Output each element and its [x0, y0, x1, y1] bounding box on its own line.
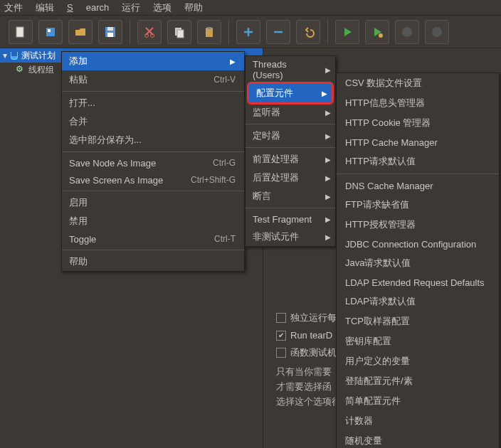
cfg-counter[interactable]: 计数器 — [337, 411, 499, 431]
new-button[interactable] — [9, 20, 33, 44]
ctx-add[interactable]: 添加▶ — [62, 52, 244, 70]
svg-point-12 — [379, 33, 383, 38]
svg-rect-5 — [107, 33, 113, 37]
svg-rect-0 — [16, 27, 23, 37]
ctx-save-node-image[interactable]: Save Node As ImageCtrl-G — [62, 154, 244, 171]
flask-icon — [9, 50, 19, 60]
ctx-open[interactable]: 打开... — [62, 94, 244, 112]
svg-rect-2 — [48, 29, 51, 32]
ctx-timer[interactable]: 定时器▶ — [246, 127, 335, 145]
cfg-ldap[interactable]: LDAP请求默认值 — [337, 292, 499, 311]
cfg-cookie[interactable]: HTTP Cookie 管理器 — [337, 113, 499, 133]
remove-button[interactable] — [266, 20, 290, 44]
svg-point-14 — [432, 27, 442, 37]
svg-rect-11 — [207, 27, 211, 29]
menu-run[interactable]: 运行 — [122, 1, 140, 14]
cfg-keystore[interactable]: 密钥库配置 — [337, 331, 499, 351]
ctx-toggle[interactable]: ToggleCtrl-T — [62, 230, 244, 247]
menu-file[interactable]: 文件 — [4, 1, 23, 14]
checkbox-functest[interactable] — [276, 348, 286, 358]
checkbox-teardown[interactable]: ✔ — [276, 331, 286, 341]
cfg-java[interactable]: Java请求默认值 — [337, 253, 499, 273]
ctx-preprocessor[interactable]: 前置处理器▶ — [246, 150, 335, 169]
context-menu-add: Threads (Users)▶ 配置元件▶ 监听器▶ 定时器▶ 前置处理器▶ … — [245, 55, 336, 247]
cfg-login[interactable]: 登陆配置元件/素 — [337, 371, 499, 391]
toolbar — [0, 16, 501, 48]
cfg-user-vars[interactable]: 用户定义的变量 — [337, 351, 499, 371]
cfg-ftp[interactable]: FTP请求缺省值 — [337, 195, 499, 215]
ctx-threads[interactable]: Threads (Users)▶ — [246, 56, 335, 83]
menu-help[interactable]: 帮助 — [184, 1, 203, 14]
cfg-auth[interactable]: HTTP授权管理器 — [337, 215, 499, 235]
paste-button[interactable] — [197, 20, 221, 44]
ctx-listener[interactable]: 监听器▶ — [246, 103, 335, 122]
start-notimers-button[interactable] — [365, 20, 389, 44]
ctx-save-screen-image[interactable]: Save Screen As ImageCtrl+Shift-G — [62, 171, 244, 188]
ctx-help[interactable]: 帮助 — [62, 252, 244, 271]
menu-search[interactable]: Search — [67, 2, 109, 13]
cfg-ldap-ext[interactable]: LDAP Extended Request Defaults — [337, 273, 499, 292]
ctx-merge[interactable]: 合并 — [62, 112, 244, 131]
chevron-right-icon: ▶ — [230, 58, 236, 65]
cfg-tcp[interactable]: TCP取样器配置 — [337, 311, 499, 331]
add-button[interactable] — [236, 20, 260, 44]
ctx-save-selection[interactable]: 选中部分保存为... — [62, 131, 244, 149]
context-menu-main: 添加▶ 粘贴Ctrl-V 打开... 合并 选中部分保存为... Save No… — [61, 51, 245, 272]
shutdown-button[interactable] — [425, 20, 449, 44]
ctx-assertions[interactable]: 断言▶ — [246, 187, 335, 206]
ctx-test-fragment[interactable]: Test Fragment▶ — [246, 210, 335, 228]
stop-button[interactable] — [395, 20, 419, 44]
ctx-nontest[interactable]: 非测试元件▶ — [246, 228, 335, 246]
save-button[interactable] — [98, 20, 122, 44]
gear-icon — [16, 65, 26, 75]
templates-button[interactable] — [38, 20, 63, 44]
cfg-cache[interactable]: HTTP Cache Manager — [337, 133, 499, 151]
cut-button[interactable] — [137, 20, 162, 44]
cfg-simple[interactable]: 简单配置元件 — [337, 391, 499, 411]
menubar: 文件 编辑 Search 运行 选项 帮助 — [0, 0, 501, 16]
svg-point-13 — [402, 27, 412, 37]
tree-label: 测试计划 — [21, 50, 56, 62]
ctx-config-element[interactable]: 配置元件▶ — [249, 84, 332, 102]
copy-button[interactable] — [167, 20, 191, 44]
ctx-paste[interactable]: 粘贴Ctrl-V — [62, 70, 244, 89]
highlight-annotation: 配置元件▶ — [247, 82, 334, 105]
ctx-disable[interactable]: 禁用 — [62, 212, 244, 230]
start-button[interactable] — [335, 20, 359, 44]
cfg-csv[interactable]: CSV 数据文件设置 — [337, 73, 499, 93]
tree-label: 线程组 — [28, 64, 54, 76]
svg-rect-4 — [107, 27, 113, 31]
cfg-http-header[interactable]: HTTP信息头管理器 — [337, 93, 499, 113]
cfg-request-defaults[interactable]: HTTP请求默认值 — [337, 151, 499, 171]
menu-options[interactable]: 选项 — [153, 1, 172, 14]
checkbox-standalone[interactable] — [276, 313, 286, 323]
ctx-enable[interactable]: 启用 — [62, 193, 244, 212]
menu-edit[interactable]: 编辑 — [36, 1, 54, 14]
ctx-postprocessor[interactable]: 后置处理器▶ — [246, 169, 335, 187]
open-button[interactable] — [68, 20, 93, 44]
undo-button[interactable] — [296, 20, 320, 44]
svg-rect-9 — [177, 30, 184, 38]
cfg-dns[interactable]: DNS Cache Manager — [337, 176, 499, 195]
cfg-jdbc[interactable]: JDBC Connection Configuration — [337, 235, 499, 253]
context-menu-config-elements: CSV 数据文件设置 HTTP信息头管理器 HTTP Cookie 管理器 HT… — [336, 73, 500, 448]
cfg-random[interactable]: 随机变量 — [337, 431, 499, 448]
